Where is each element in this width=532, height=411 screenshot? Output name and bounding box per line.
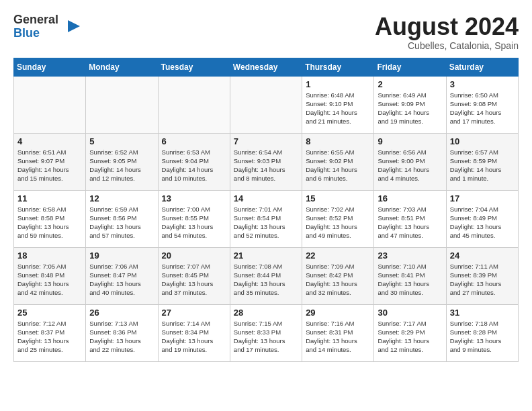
day-number: 27 [162, 308, 226, 318]
day-info: Sunrise: 7:07 AM Sunset: 8:45 PM Dayligh… [162, 262, 226, 298]
day-info: Sunrise: 7:12 AM Sunset: 8:37 PM Dayligh… [17, 319, 82, 355]
calendar-table: SundayMondayTuesdayWednesdayThursdayFrid… [13, 58, 519, 362]
calendar-week-row: 18Sunrise: 7:05 AM Sunset: 8:48 PM Dayli… [14, 247, 519, 304]
calendar-day-cell: 14Sunrise: 7:01 AM Sunset: 8:54 PM Dayli… [230, 190, 302, 247]
column-header-thursday: Thursday [302, 58, 374, 76]
day-info: Sunrise: 6:55 AM Sunset: 9:02 PM Dayligh… [306, 148, 370, 183]
calendar-day-cell: 22Sunrise: 7:09 AM Sunset: 8:42 PM Dayli… [302, 247, 374, 304]
calendar-day-cell: 23Sunrise: 7:10 AM Sunset: 8:41 PM Dayli… [374, 247, 446, 304]
calendar-day-cell [230, 76, 302, 133]
day-number: 25 [17, 308, 82, 318]
calendar-day-cell: 4Sunrise: 6:51 AM Sunset: 9:07 PM Daylig… [14, 133, 86, 190]
day-number: 19 [89, 250, 154, 261]
day-number: 9 [378, 136, 442, 146]
column-header-sunday: Sunday [14, 58, 86, 76]
day-info: Sunrise: 6:53 AM Sunset: 9:04 PM Dayligh… [162, 148, 226, 183]
calendar-day-cell: 11Sunrise: 6:58 AM Sunset: 8:58 PM Dayli… [14, 190, 86, 247]
day-info: Sunrise: 7:06 AM Sunset: 8:47 PM Dayligh… [89, 262, 154, 298]
calendar-day-cell: 13Sunrise: 7:00 AM Sunset: 8:55 PM Dayli… [158, 190, 230, 247]
logo-general: General [13, 13, 58, 26]
day-info: Sunrise: 7:05 AM Sunset: 8:48 PM Dayligh… [17, 262, 82, 298]
day-info: Sunrise: 6:48 AM Sunset: 9:10 PM Dayligh… [306, 91, 370, 126]
calendar-week-row: 11Sunrise: 6:58 AM Sunset: 8:58 PM Dayli… [14, 190, 519, 247]
day-number: 30 [378, 308, 442, 318]
day-info: Sunrise: 7:08 AM Sunset: 8:44 PM Dayligh… [234, 262, 298, 298]
calendar-day-cell: 1Sunrise: 6:48 AM Sunset: 9:10 PM Daylig… [302, 76, 374, 133]
calendar-day-cell: 5Sunrise: 6:52 AM Sunset: 9:05 PM Daylig… [86, 133, 158, 190]
day-number: 14 [234, 193, 298, 203]
day-info: Sunrise: 6:59 AM Sunset: 8:56 PM Dayligh… [89, 205, 154, 240]
day-number: 16 [378, 193, 442, 203]
day-number: 24 [450, 250, 515, 261]
calendar-day-cell [86, 76, 158, 133]
day-info: Sunrise: 7:13 AM Sunset: 8:36 PM Dayligh… [89, 319, 154, 355]
location-subtitle: Cubelles, Catalonia, Spain [375, 40, 519, 51]
calendar-day-cell: 25Sunrise: 7:12 AM Sunset: 8:37 PM Dayli… [14, 304, 86, 361]
day-info: Sunrise: 7:02 AM Sunset: 8:52 PM Dayligh… [306, 205, 370, 240]
calendar-day-cell: 16Sunrise: 7:03 AM Sunset: 8:51 PM Dayli… [374, 190, 446, 247]
calendar-week-row: 25Sunrise: 7:12 AM Sunset: 8:37 PM Dayli… [14, 304, 519, 361]
day-number: 11 [17, 193, 82, 203]
day-info: Sunrise: 7:16 AM Sunset: 8:31 PM Dayligh… [306, 319, 370, 355]
day-number: 3 [450, 79, 515, 89]
logo-blue: Blue [13, 26, 40, 40]
column-header-wednesday: Wednesday [230, 58, 302, 76]
calendar-day-cell: 31Sunrise: 7:18 AM Sunset: 8:28 PM Dayli… [446, 304, 518, 361]
day-number: 28 [234, 308, 298, 318]
day-number: 13 [162, 193, 226, 203]
day-info: Sunrise: 7:04 AM Sunset: 8:49 PM Dayligh… [450, 205, 515, 240]
calendar-day-cell: 6Sunrise: 6:53 AM Sunset: 9:04 PM Daylig… [158, 133, 230, 190]
day-info: Sunrise: 6:56 AM Sunset: 9:00 PM Dayligh… [378, 148, 442, 183]
day-number: 15 [306, 193, 370, 203]
calendar-day-cell: 27Sunrise: 7:14 AM Sunset: 8:34 PM Dayli… [158, 304, 230, 361]
day-number: 5 [89, 136, 154, 146]
calendar-day-cell: 8Sunrise: 6:55 AM Sunset: 9:02 PM Daylig… [302, 133, 374, 190]
day-info: Sunrise: 7:03 AM Sunset: 8:51 PM Dayligh… [378, 205, 442, 240]
day-info: Sunrise: 7:10 AM Sunset: 8:41 PM Dayligh… [378, 262, 442, 298]
calendar-day-cell: 15Sunrise: 7:02 AM Sunset: 8:52 PM Dayli… [302, 190, 374, 247]
day-info: Sunrise: 6:54 AM Sunset: 9:03 PM Dayligh… [234, 148, 298, 183]
day-info: Sunrise: 7:15 AM Sunset: 8:33 PM Dayligh… [234, 319, 298, 355]
day-number: 29 [306, 308, 370, 318]
logo: General Blue [13, 13, 81, 40]
calendar-day-cell: 9Sunrise: 6:56 AM Sunset: 9:00 PM Daylig… [374, 133, 446, 190]
day-info: Sunrise: 7:17 AM Sunset: 8:29 PM Dayligh… [378, 319, 442, 355]
calendar-day-cell: 3Sunrise: 6:50 AM Sunset: 9:08 PM Daylig… [446, 76, 518, 133]
day-info: Sunrise: 7:09 AM Sunset: 8:42 PM Dayligh… [306, 262, 370, 298]
calendar-day-cell: 26Sunrise: 7:13 AM Sunset: 8:36 PM Dayli… [86, 304, 158, 361]
day-number: 10 [450, 136, 515, 146]
calendar-week-row: 1Sunrise: 6:48 AM Sunset: 9:10 PM Daylig… [14, 76, 519, 133]
calendar-day-cell: 17Sunrise: 7:04 AM Sunset: 8:49 PM Dayli… [446, 190, 518, 247]
calendar-day-cell: 21Sunrise: 7:08 AM Sunset: 8:44 PM Dayli… [230, 247, 302, 304]
day-number: 21 [234, 250, 298, 261]
calendar-header-row: SundayMondayTuesdayWednesdayThursdayFrid… [14, 58, 519, 76]
day-number: 26 [89, 308, 154, 318]
logo-icon [61, 17, 81, 37]
calendar-day-cell: 20Sunrise: 7:07 AM Sunset: 8:45 PM Dayli… [158, 247, 230, 304]
calendar-week-row: 4Sunrise: 6:51 AM Sunset: 9:07 PM Daylig… [14, 133, 519, 190]
day-info: Sunrise: 7:01 AM Sunset: 8:54 PM Dayligh… [234, 205, 298, 240]
calendar-day-cell: 19Sunrise: 7:06 AM Sunset: 8:47 PM Dayli… [86, 247, 158, 304]
day-number: 18 [17, 250, 82, 261]
day-info: Sunrise: 7:11 AM Sunset: 8:39 PM Dayligh… [450, 262, 515, 298]
day-number: 7 [234, 136, 298, 146]
calendar-day-cell [158, 76, 230, 133]
calendar-day-cell: 24Sunrise: 7:11 AM Sunset: 8:39 PM Dayli… [446, 247, 518, 304]
calendar-day-cell: 2Sunrise: 6:49 AM Sunset: 9:09 PM Daylig… [374, 76, 446, 133]
day-info: Sunrise: 6:57 AM Sunset: 8:59 PM Dayligh… [450, 148, 515, 183]
calendar-day-cell: 18Sunrise: 7:05 AM Sunset: 8:48 PM Dayli… [14, 247, 86, 304]
calendar-day-cell: 7Sunrise: 6:54 AM Sunset: 9:03 PM Daylig… [230, 133, 302, 190]
day-number: 17 [450, 193, 515, 203]
day-number: 2 [378, 79, 442, 89]
day-info: Sunrise: 6:51 AM Sunset: 9:07 PM Dayligh… [17, 148, 82, 183]
day-number: 23 [378, 250, 442, 261]
day-number: 8 [306, 136, 370, 146]
column-header-tuesday: Tuesday [158, 58, 230, 76]
day-number: 4 [17, 136, 82, 146]
day-info: Sunrise: 6:49 AM Sunset: 9:09 PM Dayligh… [378, 91, 442, 126]
calendar-day-cell: 28Sunrise: 7:15 AM Sunset: 8:33 PM Dayli… [230, 304, 302, 361]
day-number: 31 [450, 308, 515, 318]
month-year-title: August 2024 [375, 13, 519, 40]
calendar-day-cell: 12Sunrise: 6:59 AM Sunset: 8:56 PM Dayli… [86, 190, 158, 247]
svg-marker-0 [68, 20, 80, 32]
